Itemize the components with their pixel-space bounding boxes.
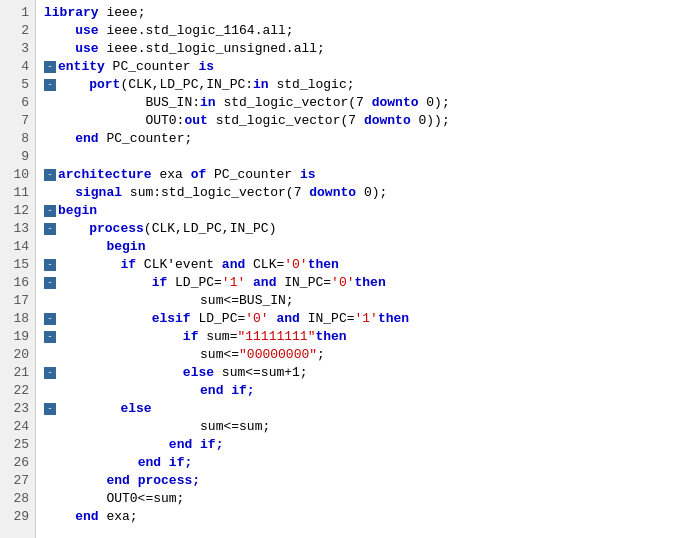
line-num-14: 14 xyxy=(6,238,29,256)
code-token: of xyxy=(191,166,214,184)
code-token: end if; xyxy=(169,436,224,454)
code-token: is xyxy=(198,58,214,76)
code-token: sum<= xyxy=(44,346,239,364)
code-line-14: begin xyxy=(44,238,665,256)
code-line-1: library ieee; xyxy=(44,4,665,22)
fold-icon-5[interactable]: - xyxy=(44,79,56,91)
code-token: if xyxy=(183,328,206,346)
line-num-25: 25 xyxy=(6,436,29,454)
code-token: '0' xyxy=(245,310,268,328)
line-num-18: 18 xyxy=(6,310,29,328)
fold-icon-21[interactable]: - xyxy=(44,367,56,379)
code-token: '1' xyxy=(222,274,245,292)
code-token: downto xyxy=(309,184,356,202)
code-token xyxy=(44,148,52,166)
code-token: ieee.std_logic_unsigned.all; xyxy=(106,40,324,58)
code-token: if xyxy=(120,256,143,274)
line-num-8: 8 xyxy=(6,130,29,148)
line-num-26: 26 xyxy=(6,454,29,472)
fold-icon-4[interactable]: - xyxy=(44,61,56,73)
fold-icon-15[interactable]: - xyxy=(44,259,56,271)
code-token: end xyxy=(75,130,106,148)
line-num-13: 13 xyxy=(6,220,29,238)
code-token: downto xyxy=(372,94,419,112)
code-line-29: end exa; xyxy=(44,508,665,526)
code-token: CLK= xyxy=(245,256,284,274)
code-text-area[interactable]: library ieee; use ieee.std_logic_1164.al… xyxy=(36,0,673,538)
code-token xyxy=(44,436,169,454)
code-token: elsif xyxy=(152,310,199,328)
code-token xyxy=(58,274,152,292)
code-token: PC_counter xyxy=(113,58,199,76)
fold-icon-19[interactable]: - xyxy=(44,331,56,343)
code-token: "11111111" xyxy=(237,328,315,346)
code-editor: 1 2 3 4 5 6 7 8 9 10 11 12 13 14 15 16 1… xyxy=(0,0,673,538)
code-token xyxy=(58,364,183,382)
code-token: use xyxy=(75,22,106,40)
code-line-4: -entity PC_counter is xyxy=(44,58,665,76)
line-num-7: 7 xyxy=(6,112,29,130)
code-token xyxy=(58,76,89,94)
line-num-21: 21 xyxy=(6,364,29,382)
code-token: ieee; xyxy=(106,4,145,22)
code-token: and xyxy=(276,310,299,328)
code-token: ieee.std_logic_1164.all; xyxy=(106,22,293,40)
code-token xyxy=(245,274,253,292)
code-token: exa xyxy=(159,166,190,184)
code-line-24: sum<=sum; xyxy=(44,418,665,436)
code-token: else xyxy=(120,400,151,418)
code-token: exa; xyxy=(106,508,137,526)
code-token: entity xyxy=(58,58,113,76)
code-line-9 xyxy=(44,148,665,166)
code-token: and xyxy=(253,274,276,292)
line-num-11: 11 xyxy=(6,184,29,202)
code-token: port xyxy=(89,76,120,94)
code-token: process xyxy=(89,220,144,238)
line-num-3: 3 xyxy=(6,40,29,58)
code-line-6: BUS_IN:in std_logic_vector(7 downto 0); xyxy=(44,94,665,112)
fold-icon-23[interactable]: - xyxy=(44,403,56,415)
code-token xyxy=(44,130,75,148)
fold-icon-12[interactable]: - xyxy=(44,205,56,217)
code-token: '0' xyxy=(284,256,307,274)
code-token: LD_PC= xyxy=(175,274,222,292)
code-token: 0); xyxy=(356,184,387,202)
code-line-2: use ieee.std_logic_1164.all; xyxy=(44,22,665,40)
code-token: signal xyxy=(75,184,130,202)
code-token: end if; xyxy=(138,454,193,472)
code-line-7: OUT0:out std_logic_vector(7 downto 0)); xyxy=(44,112,665,130)
fold-icon-13[interactable]: - xyxy=(44,223,56,235)
code-line-20: sum<="00000000"; xyxy=(44,346,665,364)
code-token: in xyxy=(200,94,216,112)
code-token: downto xyxy=(364,112,411,130)
code-line-19: - if sum="11111111"then xyxy=(44,328,665,346)
fold-icon-18[interactable]: - xyxy=(44,313,56,325)
code-token: out xyxy=(184,112,207,130)
code-token xyxy=(44,472,106,490)
code-token: end if; xyxy=(200,382,255,400)
line-num-19: 19 xyxy=(6,328,29,346)
code-line-22: end if; xyxy=(44,382,665,400)
code-token xyxy=(269,310,277,328)
code-token xyxy=(58,400,120,418)
code-token: if xyxy=(152,274,175,292)
code-token: OUT0: xyxy=(44,112,184,130)
code-line-8: end PC_counter; xyxy=(44,130,665,148)
line-num-22: 22 xyxy=(6,382,29,400)
line-num-17: 17 xyxy=(6,292,29,310)
code-token: sum<=BUS_IN; xyxy=(44,292,294,310)
fold-icon-16[interactable]: - xyxy=(44,277,56,289)
line-num-23: 23 xyxy=(6,400,29,418)
code-token: begin xyxy=(58,202,97,220)
fold-icon-10[interactable]: - xyxy=(44,169,56,181)
code-line-17: sum<=BUS_IN; xyxy=(44,292,665,310)
code-token: end process; xyxy=(106,472,200,490)
line-num-24: 24 xyxy=(6,418,29,436)
code-token: std_logic_vector(7 xyxy=(216,94,372,112)
line-number-column: 1 2 3 4 5 6 7 8 9 10 11 12 13 14 15 16 1… xyxy=(0,0,36,538)
code-token: PC_counter xyxy=(214,166,300,184)
code-token: 0); xyxy=(418,94,449,112)
code-token: ; xyxy=(317,346,325,364)
code-token xyxy=(44,40,75,58)
code-token: std_logic; xyxy=(269,76,355,94)
